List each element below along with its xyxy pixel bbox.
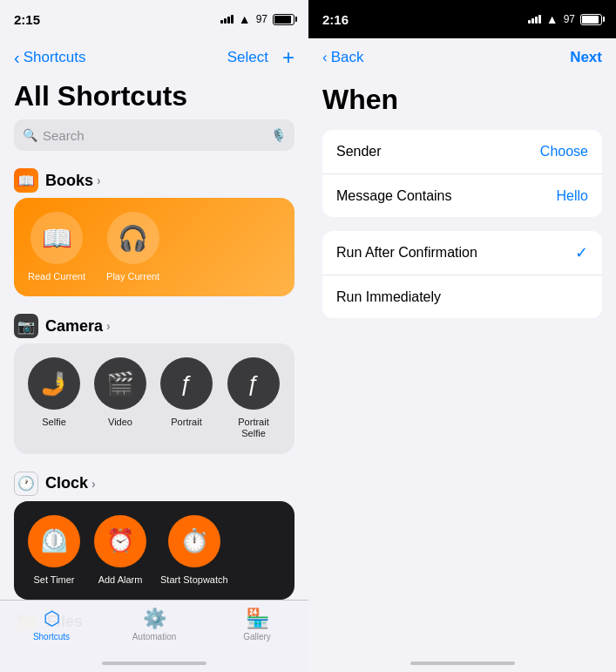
video-label: Video — [108, 417, 132, 428]
books-title: Books › — [45, 172, 101, 190]
when-title: When — [308, 77, 616, 130]
camera-section-header[interactable]: 📷 Camera › — [0, 307, 308, 343]
books-label: Books — [45, 172, 93, 190]
gallery-tab-label: Gallery — [243, 632, 271, 641]
run-immediately-label: Run Immediately — [336, 289, 441, 305]
left-back-arrow-icon: ‹ — [14, 48, 20, 68]
home-indicator-right — [308, 662, 616, 665]
run-after-confirmation-label: Run After Confirmation — [336, 245, 477, 261]
add-shortcut-button[interactable]: + — [282, 45, 294, 70]
right-battery-percentage: 97 — [564, 13, 575, 25]
automation-tab-label: Automation — [132, 632, 177, 641]
message-contains-label: Message Contains — [336, 188, 452, 204]
run-section: Run After Confirmation ✓ Run Immediately — [322, 231, 602, 318]
clock-title: Clock › — [45, 474, 96, 492]
selfie-icon: 🤳 — [28, 357, 80, 410]
sender-value[interactable]: Choose — [540, 144, 588, 160]
message-contains-row[interactable]: Message Contains Hello — [322, 173, 602, 217]
books-section-header[interactable]: 📖 Books › — [0, 161, 308, 198]
right-back-label: Back — [331, 49, 364, 66]
video-icon: 🎬 — [94, 357, 146, 410]
read-current-label: Read Current — [28, 271, 85, 282]
play-current-icon: 🎧 — [107, 212, 159, 264]
clock-section-icon: 🕐 — [14, 472, 38, 496]
camera-title: Camera › — [45, 317, 111, 336]
left-page-title: All Shortcuts — [0, 77, 308, 119]
play-current-item[interactable]: 🎧 Play Current — [106, 212, 159, 282]
right-back-arrow-icon: ‹ — [322, 49, 328, 66]
read-current-item[interactable]: 📖 Read Current — [28, 212, 85, 282]
search-input[interactable]: Search — [43, 128, 266, 143]
clock-label: Clock — [45, 474, 88, 492]
when-section: Sender Choose Message Contains Hello — [322, 130, 602, 217]
search-icon: 🔍 — [23, 128, 37, 142]
camera-icon: 📷 — [14, 314, 38, 338]
right-status-bar: 2:16 ▲ 97 — [308, 0, 616, 38]
mic-icon[interactable]: 🎙️ — [271, 128, 286, 142]
right-nav-bar: ‹ Back Next — [308, 38, 616, 77]
battery-icon — [273, 14, 294, 25]
home-indicator-left — [102, 662, 206, 665]
set-timer-icon: ⏲️ — [28, 515, 80, 567]
run-after-confirmation-row[interactable]: Run After Confirmation ✓ — [322, 231, 602, 275]
shortcuts-tab-icon: ⬡ — [44, 608, 60, 630]
message-contains-value[interactable]: Hello — [557, 188, 588, 204]
left-nav-actions: Select + — [227, 45, 294, 70]
books-chevron-icon: › — [97, 173, 101, 187]
set-timer-item[interactable]: ⏲️ Set Timer — [28, 515, 80, 586]
signal-bars-icon — [220, 15, 234, 24]
add-alarm-item[interactable]: ⏰ Add Alarm — [94, 515, 146, 586]
set-timer-label: Set Timer — [33, 574, 74, 586]
portrait-icon: ƒ — [160, 357, 213, 410]
search-bar[interactable]: 🔍 Search 🎙️ — [14, 119, 294, 151]
add-alarm-label: Add Alarm — [98, 574, 143, 586]
clock-section-header[interactable]: 🕐 Clock › — [0, 465, 308, 501]
right-wifi-icon: ▲ — [546, 12, 558, 26]
selfie-label: Selfie — [42, 417, 66, 428]
automation-tab-icon: ⚙️ — [143, 608, 166, 630]
right-signal-bars-icon — [528, 15, 541, 24]
clock-card: ⏲️ Set Timer ⏰ Add Alarm ⏱️ Start Stopwa… — [14, 501, 294, 600]
shortcuts-tab-label: Shortcuts — [33, 632, 70, 641]
left-back-button[interactable]: ‹ Shortcuts — [14, 48, 85, 68]
selfie-item[interactable]: 🤳 Selfie — [28, 357, 80, 439]
right-status-time: 2:16 — [322, 12, 349, 27]
start-stopwatch-icon: ⏱️ — [168, 515, 220, 567]
left-status-bar: 2:15 ▲ 97 — [0, 0, 308, 38]
add-alarm-icon: ⏰ — [94, 515, 146, 567]
right-back-button[interactable]: ‹ Back — [322, 49, 363, 66]
camera-chevron-icon: › — [106, 319, 111, 333]
left-nav-bar: ‹ Shortcuts Select + — [0, 38, 308, 77]
run-after-confirmation-check-icon: ✓ — [575, 243, 588, 262]
video-item[interactable]: 🎬 Video — [94, 357, 146, 439]
clock-chevron-icon: › — [91, 477, 96, 491]
run-immediately-row[interactable]: Run Immediately — [322, 275, 602, 318]
tab-gallery[interactable]: 🏪 Gallery — [206, 608, 308, 641]
battery-percentage: 97 — [256, 13, 267, 25]
left-panel: 2:15 ▲ 97 ‹ Shortcuts Select + All Short… — [0, 0, 308, 672]
wifi-icon: ▲ — [239, 12, 251, 26]
books-icon: 📖 — [14, 168, 38, 193]
gallery-tab-icon: 🏪 — [246, 608, 269, 630]
content-scroll: 📖 Books › 📖 Read Current 🎧 Play Current … — [0, 161, 308, 672]
portrait-selfie-icon: ƒ — [227, 357, 280, 410]
portrait-label: Portrait — [171, 417, 201, 428]
select-button[interactable]: Select — [227, 49, 268, 66]
start-stopwatch-item[interactable]: ⏱️ Start Stopwatch — [160, 515, 228, 586]
portrait-selfie-label: Portrait Selfie — [227, 417, 281, 439]
sender-row[interactable]: Sender Choose — [322, 130, 602, 173]
right-battery-icon — [580, 14, 602, 25]
camera-card: 🤳 Selfie 🎬 Video ƒ Portrait ƒ Portrait S… — [14, 343, 294, 453]
camera-label: Camera — [45, 317, 103, 336]
right-panel: 2:16 ▲ 97 ‹ Back Next When Sender Choose… — [308, 0, 616, 672]
sender-label: Sender — [336, 144, 382, 160]
tab-shortcuts[interactable]: ⬡ Shortcuts — [0, 608, 103, 641]
books-card: 📖 Read Current 🎧 Play Current — [14, 198, 294, 296]
portrait-selfie-item[interactable]: ƒ Portrait Selfie — [227, 357, 281, 439]
left-back-label: Shortcuts — [24, 49, 86, 66]
right-next-button[interactable]: Next — [570, 49, 602, 66]
tab-automation[interactable]: ⚙️ Automation — [103, 608, 206, 641]
left-status-time: 2:15 — [14, 12, 40, 27]
portrait-item[interactable]: ƒ Portrait — [160, 357, 213, 439]
read-current-icon: 📖 — [30, 212, 83, 264]
